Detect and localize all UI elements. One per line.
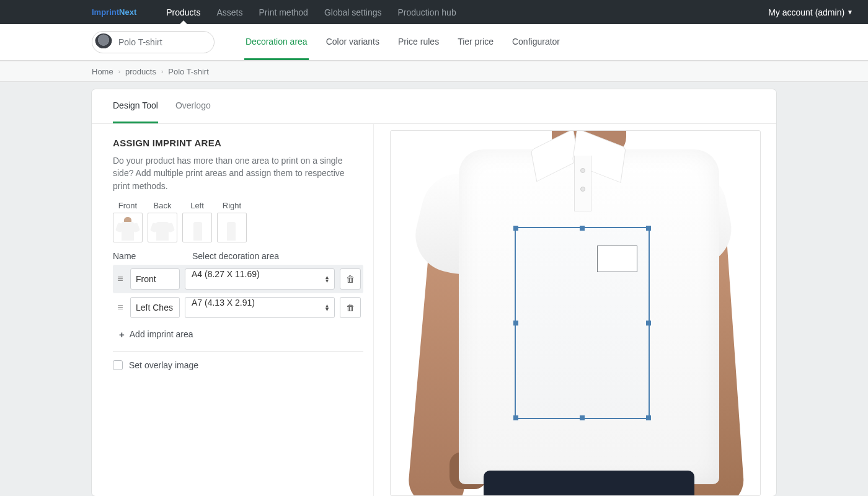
product-selector-pill[interactable]: Polo T-shirt — [92, 31, 215, 53]
topnav-print-method[interactable]: Print method — [259, 7, 308, 17]
brand-part-2: Next — [119, 7, 136, 17]
area-size-select[interactable]: A7 (4.13 X 2.91) — [185, 297, 335, 318]
tab-decoration-area[interactable]: Decoration area — [244, 24, 309, 60]
overlay-checkbox[interactable] — [113, 360, 123, 370]
account-label: My account (admin) — [768, 7, 844, 17]
sub-nav: Polo T-shirt Decoration area Color varia… — [0, 24, 868, 61]
trash-icon: 🗑 — [346, 274, 355, 284]
section-description: Do your product has more than one area t… — [113, 154, 363, 192]
topnav-global-settings[interactable]: Global settings — [324, 7, 382, 17]
header-name: Name — [113, 251, 182, 261]
area-row: ≡ A4 (8.27 X 11.69) ▴▾ 🗑 — [113, 265, 363, 293]
crumb-products[interactable]: products — [125, 67, 156, 76]
chevron-right-icon: › — [161, 68, 163, 75]
resize-handle-icon[interactable] — [513, 226, 518, 231]
topnav-production-hub[interactable]: Production hub — [398, 7, 456, 17]
delete-area-button[interactable]: 🗑 — [340, 268, 361, 290]
right-pane — [374, 124, 776, 496]
resize-handle-icon[interactable] — [646, 321, 651, 326]
topnav-products[interactable]: Products — [166, 7, 200, 17]
side-thumb-left[interactable] — [182, 213, 212, 242]
side-thumb-back[interactable] — [148, 213, 177, 242]
resize-handle-icon[interactable] — [580, 226, 585, 231]
side-thumb-front[interactable] — [113, 213, 143, 242]
tab-configurator[interactable]: Configurator — [511, 24, 561, 60]
top-nav: ImprintNext Products Assets Print method… — [0, 0, 868, 24]
tab-price-rules[interactable]: Price rules — [397, 24, 440, 60]
content-card: Design Tool Overlogo ASSIGN IMPRINT AREA… — [92, 89, 776, 496]
product-pill-label: Polo T-shirt — [118, 37, 162, 47]
resize-handle-icon[interactable] — [646, 226, 651, 231]
section-title: ASSIGN IMPRINT AREA — [113, 138, 363, 148]
side-label-right: Right — [217, 201, 247, 210]
imprint-area-selection-small[interactable] — [597, 246, 637, 272]
crumb-current: Polo T-shirt — [168, 67, 209, 76]
area-row: ≡ A7 (4.13 X 2.91) ▴▾ 🗑 — [113, 293, 363, 322]
side-label-left: Left — [182, 201, 212, 210]
side-label-front: Front — [113, 201, 143, 210]
area-name-input[interactable] — [130, 268, 180, 290]
trash-icon: 🗑 — [346, 303, 355, 312]
topnav-assets[interactable]: Assets — [217, 7, 243, 17]
product-thumb-icon — [95, 33, 112, 51]
resize-handle-icon[interactable] — [646, 415, 651, 420]
topnav-menu: Products Assets Print method Global sett… — [166, 7, 456, 17]
inner-tabs: Design Tool Overlogo — [92, 89, 776, 124]
add-area-label: Add imprint area — [130, 329, 193, 339]
tab-tier-price[interactable]: Tier price — [456, 24, 495, 60]
plus-icon: + — [119, 329, 125, 340]
add-imprint-area-button[interactable]: + Add imprint area — [119, 329, 363, 340]
chevron-right-icon: › — [118, 68, 120, 75]
resize-handle-icon[interactable] — [513, 415, 518, 420]
brand-part-1: Imprint — [92, 7, 119, 17]
overlay-row: Set overlay image — [113, 360, 363, 370]
area-headers: Name Select decoration area — [113, 251, 363, 261]
drag-handle-icon[interactable]: ≡ — [115, 273, 125, 285]
drag-handle-icon[interactable]: ≡ — [115, 302, 125, 313]
area-size-select[interactable]: A4 (8.27 X 11.69) — [185, 268, 335, 290]
divider — [113, 351, 363, 352]
inner-tab-overlogo[interactable]: Overlogo — [175, 89, 211, 123]
brand-logo[interactable]: ImprintNext — [92, 7, 136, 17]
crumb-home[interactable]: Home — [92, 67, 113, 76]
resize-handle-icon[interactable] — [513, 321, 518, 326]
account-menu[interactable]: My account (admin) ▼ — [768, 7, 853, 17]
tab-color-variants[interactable]: Color variants — [325, 24, 381, 60]
area-name-input[interactable] — [130, 297, 180, 318]
side-thumbs: Front Back Left Right — [113, 201, 363, 242]
inner-tab-design-tool[interactable]: Design Tool — [113, 89, 158, 123]
header-select: Select decoration area — [192, 251, 363, 261]
resize-handle-icon[interactable] — [580, 415, 585, 420]
delete-area-button[interactable]: 🗑 — [340, 297, 361, 318]
caret-down-icon: ▼ — [847, 9, 853, 16]
overlay-label: Set overlay image — [129, 360, 198, 370]
breadcrumb: Home › products › Polo T-shirt — [0, 61, 868, 82]
product-preview[interactable] — [390, 130, 761, 496]
left-pane: ASSIGN IMPRINT AREA Do your product has … — [92, 124, 374, 496]
side-thumb-right[interactable] — [217, 213, 247, 242]
side-label-back: Back — [148, 201, 177, 210]
subnav-tabs: Decoration area Color variants Price rul… — [244, 24, 561, 60]
